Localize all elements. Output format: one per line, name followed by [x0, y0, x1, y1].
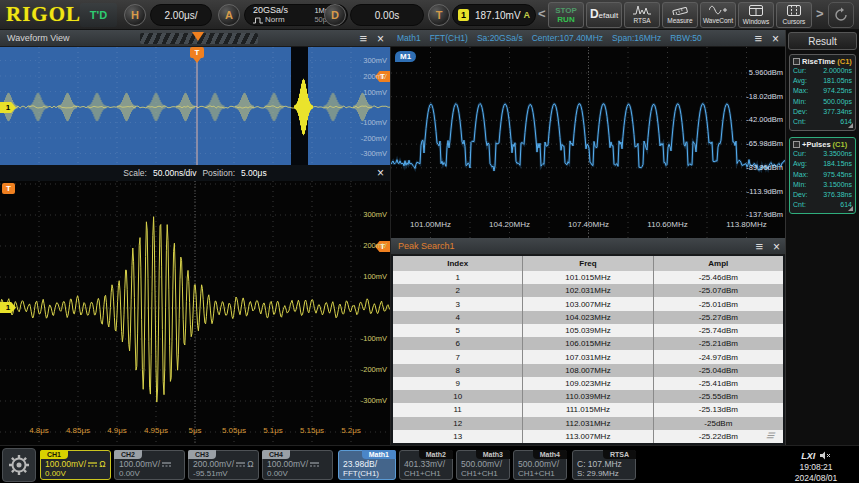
- table-row[interactable]: 5105.039MHz-25.74dBm: [393, 324, 783, 337]
- stat-value: 614: [840, 200, 852, 210]
- close-icon[interactable]: ×: [773, 241, 780, 253]
- table-row[interactable]: 2102.031MHz-25.07dBm: [393, 284, 783, 297]
- table-row[interactable]: 7107.031MHz-24.97dBm: [393, 350, 783, 363]
- table-row[interactable]: 13113.007MHz-25.22dBm: [393, 430, 783, 443]
- channel-tab: CH2: [114, 450, 142, 459]
- table-row[interactable]: 11111.015MHz-25.13dBm: [393, 403, 783, 416]
- cursors-button[interactable]: Cursors: [776, 2, 812, 28]
- measure-button[interactable]: Measure: [662, 2, 698, 28]
- fft-header[interactable]: Math1 FFT(CH1) Sa:20GSa/s Center:107.40M…: [390, 30, 785, 47]
- measurement-row: Max:974.25ns: [793, 86, 852, 96]
- close-icon[interactable]: ×: [377, 33, 384, 45]
- waveform-view-header[interactable]: Waveform View ≡ ×: [0, 30, 390, 47]
- menu-icon[interactable]: ≡: [754, 32, 762, 45]
- measurement-name: RiseTime: [802, 57, 835, 66]
- measurement-row: Min:500.00ps: [793, 97, 852, 107]
- menu-icon[interactable]: ≡: [755, 240, 763, 253]
- table-row[interactable]: 1101.015MHz-25.46dBm: [393, 271, 783, 284]
- close-icon[interactable]: ×: [377, 167, 384, 179]
- rotate-view-button[interactable]: [828, 2, 854, 28]
- impedance-label: Ω: [99, 459, 105, 469]
- measurement-source: (C1): [833, 140, 848, 149]
- measurement-row: Min:3.1500ns: [793, 180, 852, 190]
- peak-search-title: Peak Search1: [391, 241, 455, 251]
- record-position-marker[interactable]: [192, 32, 204, 41]
- axis-label: -300mV: [361, 149, 387, 158]
- ruler-icon: [672, 5, 688, 15]
- measurement-card-risetime[interactable]: RiseTime(C1) Cur:2.0000nsAvg:181.05nsMax…: [789, 54, 856, 131]
- measurement-source: (C1): [837, 57, 852, 66]
- channel-tile-ch2[interactable]: CH2 100.00mV/ 0.00V: [114, 450, 185, 480]
- axis-label: 200mV: [363, 72, 387, 81]
- channel-tile-ch3[interactable]: CH3 200.00mV/ Ω -95.51mV: [188, 450, 259, 480]
- axis-label: 300mV: [363, 56, 387, 65]
- stat-value: 181.05ns: [823, 76, 852, 86]
- channel-tile-ch1[interactable]: CH1 100.00mV/ Ω 0.00V: [40, 450, 111, 480]
- table-cell: 106.015MHz: [523, 337, 653, 350]
- table-row[interactable]: 12112.031MHz-25dBm: [393, 417, 783, 430]
- run-stop-button[interactable]: STOP RUN: [548, 2, 584, 28]
- trigger-position-handle[interactable]: T: [190, 47, 204, 58]
- record-navigation-strip[interactable]: [140, 33, 258, 44]
- table-row[interactable]: 9109.023MHz-25.41dBm: [393, 377, 783, 390]
- windows-button[interactable]: Windows: [738, 2, 774, 28]
- settings-tile[interactable]: [2, 448, 36, 482]
- scale-value: 50.00ns/div: [153, 168, 196, 178]
- measurement-name: +Pulses: [802, 140, 831, 149]
- toolbar-nav-right[interactable]: >: [816, 6, 824, 21]
- overview-plot[interactable]: T 1 T 300mV200mV100mV-100mV-200mV-300mV: [0, 47, 390, 165]
- trigger-pill[interactable]: 1 187.10mV A: [452, 4, 536, 26]
- stat-label: Cur:: [793, 149, 806, 159]
- math1-marker-badge[interactable]: M1: [395, 51, 416, 62]
- fft-plot[interactable]: M1 5.960dBm-18.02dBm-42.00dBm-65.98dBm-8…: [390, 47, 785, 238]
- peak-table-header: IndexFreqAmpl: [393, 256, 783, 271]
- table-row[interactable]: 8108.007MHz-25.04dBm: [393, 364, 783, 377]
- table-row[interactable]: 3103.007MHz-25.01dBm: [393, 297, 783, 310]
- delay-pill[interactable]: 0.00s: [350, 4, 424, 26]
- math-tile-math1[interactable]: Math1 23.98dB/ FFT(CH1): [338, 450, 396, 480]
- stat-label: Dev:: [793, 190, 807, 200]
- table-row[interactable]: 10110.039MHz-25.55dBm: [393, 390, 783, 403]
- default-button[interactable]: Default: [586, 2, 622, 28]
- table-cell: 7: [393, 350, 523, 363]
- zoom-plot[interactable]: T 1 T 300mV200mV100mV-100mV-200mV-300mV4…: [0, 181, 390, 445]
- checkbox-icon[interactable]: [793, 141, 800, 148]
- trigger-knob[interactable]: T: [428, 4, 450, 26]
- table-cell: 101.015MHz: [523, 271, 653, 284]
- axis-label: -100mV: [361, 118, 387, 127]
- close-icon[interactable]: ×: [772, 33, 779, 45]
- peak-search-header[interactable]: Peak Search1 ≡ ×: [391, 238, 786, 255]
- zoom-scalebar: Scale: 50.00ns/div Position: 5.00μs ×: [0, 165, 390, 181]
- rtsa-button[interactable]: RTSA: [624, 2, 660, 28]
- measurement-row: Cnt:614: [793, 200, 852, 210]
- acquire-knob[interactable]: A: [218, 4, 240, 26]
- wavecont-button[interactable]: WaveCont: [700, 2, 736, 28]
- channel-offset: 0.00V: [263, 469, 332, 479]
- menu-icon[interactable]: ≡: [359, 32, 367, 45]
- table-cell: -25.01dBm: [654, 297, 783, 310]
- channel-tile-ch4[interactable]: CH4 100.00mV/ 0.00V: [262, 450, 333, 480]
- table-cell: 2: [393, 284, 523, 297]
- math-scale: 500.00mV/: [461, 459, 502, 469]
- timebase-pill[interactable]: 2.00μs/: [150, 4, 212, 26]
- rtsa-tile[interactable]: RTSA C: 107.MHz S: 29.9MHz: [572, 450, 636, 480]
- math-tile-math3[interactable]: Math3 500.00mV/ CH1+CH1: [456, 450, 510, 480]
- axis-label: -89.96dBm: [746, 163, 783, 172]
- result-panel: Result RiseTime(C1) Cur:2.0000nsAvg:181.…: [785, 30, 859, 445]
- fft-center: Center:107.40MHz: [532, 33, 603, 43]
- column-header: Ampl: [654, 256, 783, 271]
- stop-label: STOP: [555, 6, 577, 15]
- horizontal-knob[interactable]: H: [124, 4, 146, 26]
- toolbar-nav-left[interactable]: <: [538, 6, 546, 21]
- delay-knob[interactable]: D: [324, 4, 346, 26]
- cursors-label: Cursors: [783, 17, 806, 26]
- axis-label: 4.95μs: [144, 426, 168, 435]
- table-cell: 1: [393, 271, 523, 284]
- checkbox-icon[interactable]: [793, 58, 800, 65]
- speaker-muted-icon[interactable]: [820, 451, 831, 460]
- math-tile-math4[interactable]: Math4 500.00mV/ CH1+CH1: [513, 450, 567, 480]
- table-row[interactable]: 6106.015MHz-25.21dBm: [393, 337, 783, 350]
- table-row[interactable]: 4104.023MHz-25.27dBm: [393, 311, 783, 324]
- measurement-card-pulses[interactable]: +Pulses(C1) Cur:3.3500nsAvg:184.15nsMax:…: [789, 137, 856, 214]
- math-tile-math2[interactable]: Math2 401.33mV/ CH1+CH1: [399, 450, 453, 480]
